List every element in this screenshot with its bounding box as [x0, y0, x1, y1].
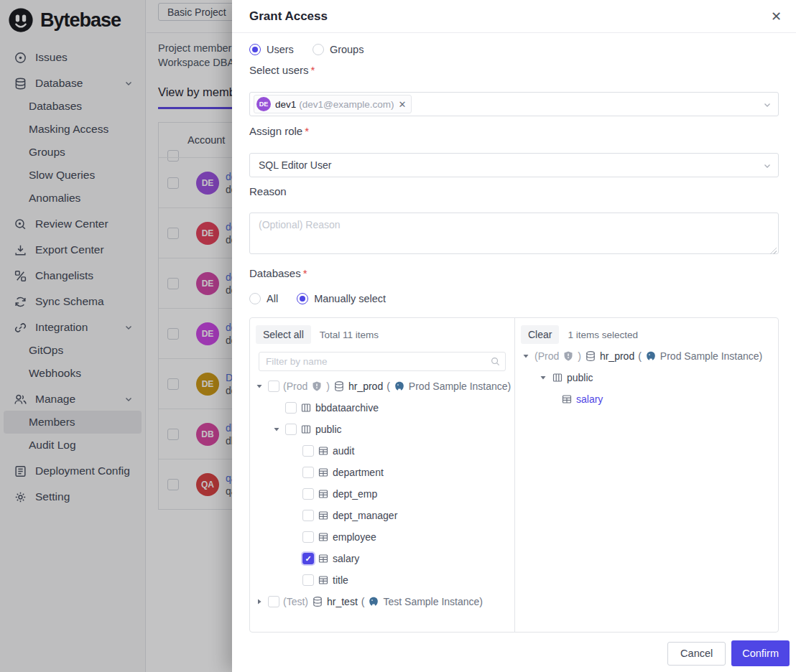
tree-row-hr-prod[interactable]: (Prod ) hr_prod ( Prod Sample Instance)	[250, 375, 514, 397]
database-name: hr_prod	[600, 350, 634, 362]
table-icon	[561, 393, 573, 405]
modal-footer: Cancel Confirm	[667, 640, 790, 666]
postgresql-icon	[368, 596, 379, 607]
tree-row-schema[interactable]: public	[250, 419, 514, 440]
selected-tree: (Prod ) hr_prod ( Prod Sample Instance) …	[515, 345, 778, 410]
tree-row-hr-test[interactable]: (Test) hr_test ( Test Sample Instance)	[250, 591, 514, 612]
checkbox[interactable]	[285, 402, 297, 414]
table-icon	[318, 445, 329, 457]
caret-down-icon[interactable]	[254, 381, 264, 391]
databases-label: Databases*	[249, 267, 779, 281]
required-asterisk: *	[303, 267, 307, 279]
radio-all-label: All	[267, 293, 278, 304]
picker-source-pane: Select all Total 11 items (Prod )	[250, 318, 515, 632]
database-icon	[312, 596, 323, 607]
avatar: DE	[256, 97, 271, 111]
instance-name: Prod Sample Instance)	[409, 381, 511, 392]
tree-row-schema[interactable]: bbdataarchive	[250, 397, 514, 419]
radio-users-label: Users	[267, 44, 294, 55]
modal-header: Grant Access ✕	[232, 0, 796, 33]
user-chip: DE dev1 (dev1@example.com) ✕	[254, 95, 412, 113]
caret-down-icon[interactable]	[272, 424, 282, 434]
database-picker: Select all Total 11 items (Prod )	[249, 317, 779, 633]
radio-groups-control[interactable]	[313, 44, 324, 55]
postgresql-icon	[645, 350, 657, 362]
tree-row-schema[interactable]: public	[515, 367, 778, 388]
table-icon	[318, 467, 329, 478]
filter-by-name-input[interactable]	[259, 352, 506, 371]
table-icon	[318, 574, 329, 586]
checkbox[interactable]	[302, 467, 314, 478]
close-icon[interactable]: ✕	[767, 7, 786, 26]
radio-manual-control[interactable]	[297, 293, 308, 304]
checkbox[interactable]	[302, 510, 314, 521]
radio-manually-select[interactable]: Manually select	[297, 293, 386, 304]
chevron-down-icon	[763, 162, 772, 170]
select-all-button[interactable]: Select all	[256, 325, 311, 344]
database-name: hr_prod	[348, 381, 383, 392]
caret-down-icon[interactable]	[521, 351, 531, 361]
select-users-label: Select users*	[249, 64, 779, 78]
assign-role-select[interactable]: SQL Editor User	[249, 153, 779, 177]
radio-all-control[interactable]	[249, 293, 261, 304]
checkbox[interactable]	[302, 445, 314, 457]
database-icon	[333, 381, 345, 392]
checkbox[interactable]	[285, 424, 297, 435]
checkbox[interactable]	[268, 381, 279, 392]
radio-all-databases[interactable]: All	[249, 293, 278, 304]
source-pane-header: Select all Total 11 items	[256, 325, 509, 344]
chip-user-name: dev1	[275, 99, 296, 110]
schema-icon	[552, 372, 563, 383]
modal-title: Grant Access	[249, 9, 328, 24]
instance-name: Test Sample Instance)	[383, 596, 483, 607]
postgresql-icon	[394, 381, 405, 392]
tree-row-table[interactable]: title	[250, 569, 514, 591]
tree-row-table-salary[interactable]: salary	[250, 548, 514, 569]
tree-row-table[interactable]: department	[250, 462, 514, 483]
tree-row-table[interactable]: audit	[250, 440, 514, 462]
chevron-down-icon	[763, 101, 772, 109]
resize-handle[interactable]	[770, 248, 777, 254]
checkbox-checked[interactable]	[302, 553, 314, 564]
tree-row-table[interactable]: dept_emp	[250, 483, 514, 505]
radio-groups[interactable]: Groups	[313, 44, 364, 55]
selected-count-text: 1 items selected	[568, 330, 638, 340]
databases-radio-group: All Manually select	[249, 291, 779, 306]
required-asterisk: *	[311, 64, 315, 76]
clear-button[interactable]: Clear	[521, 325, 559, 344]
checkbox[interactable]	[268, 596, 279, 607]
checkbox[interactable]	[302, 531, 314, 543]
database-icon	[585, 350, 596, 362]
chip-remove-icon[interactable]: ✕	[399, 99, 407, 110]
radio-manual-label: Manually select	[314, 293, 386, 304]
tree-row-table[interactable]: employee	[250, 526, 514, 548]
search-icon	[490, 356, 501, 367]
caret-right-icon[interactable]	[254, 597, 264, 607]
radio-users-control[interactable]	[249, 44, 261, 55]
radio-users[interactable]: Users	[249, 44, 294, 55]
select-users-input[interactable]: DE dev1 (dev1@example.com) ✕	[249, 92, 779, 116]
environment-shield-icon	[311, 381, 323, 392]
table-icon	[318, 510, 329, 521]
table-icon	[318, 488, 329, 500]
confirm-button[interactable]: Confirm	[731, 640, 790, 666]
total-items-text: Total 11 items	[320, 330, 379, 340]
screen: Bytebase Issues Database Databases Maski…	[0, 0, 796, 672]
instance-name: Prod Sample Instance)	[660, 350, 762, 362]
reason-textarea[interactable]	[249, 213, 779, 254]
database-name: hr_test	[327, 596, 358, 607]
scope-radio-group: Users Groups	[249, 42, 779, 57]
checkbox[interactable]	[302, 574, 314, 586]
tree-row-table-salary-selected[interactable]: salary	[515, 388, 778, 410]
schema-icon	[300, 424, 312, 435]
required-asterisk: *	[305, 125, 309, 137]
selected-pane-header: Clear 1 items selected	[521, 325, 772, 344]
tree-row-hr-prod[interactable]: (Prod ) hr_prod ( Prod Sample Instance)	[515, 345, 778, 367]
cancel-button[interactable]: Cancel	[667, 642, 726, 666]
schema-icon	[300, 402, 312, 414]
reason-label: Reason	[249, 185, 779, 200]
caret-down-icon[interactable]	[538, 373, 548, 383]
database-tree: (Prod ) hr_prod ( Prod Sample Instance)	[250, 375, 514, 612]
checkbox[interactable]	[302, 488, 314, 500]
tree-row-table[interactable]: dept_manager	[250, 505, 514, 526]
